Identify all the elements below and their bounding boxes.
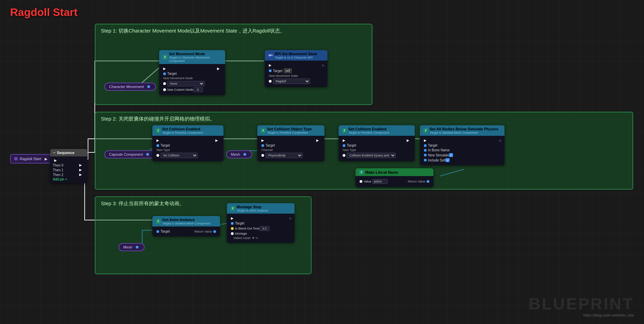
sab-simulate-row: New Simulate ✓ bbox=[423, 153, 502, 157]
set-movement-mode-node[interactable]: f Set Movement Mode Target is Character … bbox=[159, 50, 225, 95]
sce1-type-label: New Type bbox=[156, 148, 170, 152]
scot-channel-select-row[interactable]: PhysicsBody bbox=[260, 153, 322, 158]
sce1-type-select-row[interactable]: No Collision bbox=[155, 153, 221, 158]
ragdoll-icon bbox=[14, 157, 18, 160]
capsule-pin bbox=[146, 153, 149, 156]
scot-target-pin bbox=[261, 144, 264, 147]
scot-channel-pin bbox=[261, 154, 264, 157]
ms-selectasset-row[interactable]: Select Asset ▼ ✏ bbox=[230, 236, 292, 240]
sce1-body: Target New Type No Collision bbox=[152, 136, 223, 161]
sce2-exec-out bbox=[407, 138, 411, 143]
set-movement-mode-subtitle: Target is Character Movement Component bbox=[169, 56, 222, 63]
watermark: BLUEPRINT https://blog.csdn.net/hello_tu… bbox=[529, 295, 634, 317]
page-title: Ragdoll Start bbox=[10, 6, 78, 19]
capsule-component-var[interactable]: Capsule Component bbox=[104, 150, 155, 158]
ragdoll-start-node[interactable]: Ragdoll Start bbox=[10, 154, 54, 164]
seq-then0-out bbox=[79, 163, 83, 167]
sab-simulate-checkbox[interactable]: ✓ bbox=[449, 153, 453, 157]
set-movement-mode-title: Set Movement Mode bbox=[169, 52, 222, 56]
sce2-exec-in bbox=[343, 138, 347, 143]
scot-target-label: Target bbox=[265, 144, 275, 147]
sab-subtitle: Target is Skeletal Mesh Component bbox=[430, 131, 498, 134]
sequence-node[interactable]: ⇒ Sequence Then 0 Then 1 Then 2 Add pin … bbox=[50, 149, 87, 183]
get-anim-instance-node[interactable]: f Get Anim Instance Target is Skeletal M… bbox=[152, 216, 220, 236]
sab-title: Set All Bodies Below Simulate Physics bbox=[430, 127, 498, 131]
sce2-type-label-row: New Type bbox=[341, 148, 412, 152]
ms-selectasset-dropdown[interactable]: ▼ ✏ bbox=[252, 236, 258, 240]
sce1-exec-row bbox=[155, 138, 221, 143]
sce1-title: Set Collision Enabled bbox=[162, 127, 203, 131]
smm-custom-input[interactable] bbox=[193, 87, 203, 92]
smm-mode-select-row[interactable]: None bbox=[162, 81, 222, 86]
sce2-type-select-row[interactable]: Collision Enabled (Query and Physics) bbox=[341, 153, 412, 158]
bpi-title: BPI Set Movement State bbox=[275, 52, 317, 56]
make-literal-name-node[interactable]: f Make Literal Name Value Return Value bbox=[356, 168, 433, 187]
scot-channel-label-row: Channel bbox=[260, 148, 322, 152]
sce1-exec-out bbox=[215, 138, 219, 143]
mesh2-label: Mesh bbox=[123, 245, 132, 249]
scot-channel-label: Channel bbox=[261, 148, 273, 152]
seq-then0-label: Then 0 bbox=[53, 164, 63, 167]
char-movement-pin bbox=[147, 85, 150, 88]
smm-custom-pin bbox=[163, 88, 166, 91]
smm-exec-in bbox=[163, 67, 167, 71]
scot-channel-select[interactable]: PhysicsBody bbox=[265, 153, 303, 158]
mln-value-input[interactable] bbox=[372, 179, 388, 184]
sab-exec-out-symbol: ▷ bbox=[499, 139, 502, 142]
ms-target-row: Target bbox=[230, 221, 292, 225]
sab-target-pin bbox=[424, 144, 427, 147]
fn-icon-mln: f bbox=[359, 170, 364, 175]
scot-body: Target Channel PhysicsBody bbox=[257, 136, 324, 161]
ms-exec-in bbox=[231, 216, 235, 220]
bpi-state-select-row[interactable]: Ragdoll bbox=[267, 79, 325, 84]
mln-body: Value Return Value bbox=[356, 176, 433, 187]
scot-exec-row bbox=[260, 138, 322, 143]
seq-icon: ⇒ bbox=[53, 151, 56, 154]
ms-blend-input[interactable] bbox=[259, 226, 270, 231]
sab-includeself-label: Include Self bbox=[428, 158, 446, 162]
sequence-body: Then 0 Then 1 Then 2 Add pin + bbox=[50, 156, 87, 183]
sequence-header: ⇒ Sequence bbox=[50, 149, 87, 156]
sce1-type-label-row: New Type bbox=[155, 148, 221, 152]
bpi-state-label-row: New Movement State bbox=[267, 74, 325, 78]
sab-bone-label: In Bone Name bbox=[428, 148, 450, 152]
sce2-type-label: New Type bbox=[343, 148, 356, 152]
character-movement-var[interactable]: Character Movement bbox=[104, 83, 156, 91]
sce1-type-select[interactable]: No Collision bbox=[160, 153, 198, 158]
fn-icon-smm: f bbox=[163, 55, 167, 60]
sce2-exec-row bbox=[341, 138, 412, 143]
character-movement-label: Character Movement bbox=[109, 85, 144, 89]
smm-target-label: Target bbox=[167, 72, 177, 75]
fn-icon-sce1: f bbox=[156, 128, 160, 133]
sab-includeself-checkbox[interactable]: ✓ bbox=[446, 158, 450, 162]
seq-then0-row: Then 0 bbox=[53, 163, 85, 167]
set-collision-enabled2-node[interactable]: f Set Collision Enabled Target is Primit… bbox=[339, 125, 415, 161]
seq-addpin-label[interactable]: Add pin + bbox=[53, 177, 67, 181]
gai-return-pin bbox=[213, 230, 216, 233]
scot-header: f Set Collision Object Type Target is Pr… bbox=[257, 125, 324, 136]
scot-subtitle: Target is Primitive Component bbox=[267, 131, 312, 134]
ms-target-label: Target bbox=[235, 221, 244, 225]
montage-stop-node[interactable]: f Montage Stop Target is Anim Instance ▷… bbox=[227, 203, 295, 243]
bpi-set-movement-state-node[interactable]: BPI BPI Set Movement State Target is ALS… bbox=[265, 50, 327, 87]
gai-target-pin bbox=[156, 230, 159, 233]
seq-addpin-row[interactable]: Add pin + bbox=[53, 177, 85, 181]
bpi-target-row: Target self bbox=[267, 68, 325, 73]
sab-includeself-row: Include Self ✓ bbox=[423, 158, 502, 162]
set-all-bodies-node[interactable]: f Set All Bodies Below Simulate Physics … bbox=[420, 125, 505, 165]
mesh-var2[interactable]: Mesh bbox=[119, 243, 145, 251]
sce2-type-select[interactable]: Collision Enabled (Query and Physics) bbox=[347, 153, 396, 158]
seq-then1-row: Then 1 bbox=[53, 168, 85, 172]
gai-body: Target Return Value bbox=[152, 226, 220, 236]
capsule-component-label: Capsule Component bbox=[109, 152, 143, 156]
bpi-exec-row: ▷ bbox=[267, 63, 325, 67]
smm-mode-select[interactable]: None bbox=[167, 81, 205, 86]
set-collision-object-type-node[interactable]: f Set Collision Object Type Target is Pr… bbox=[257, 125, 324, 161]
mesh-var1[interactable]: Mesh bbox=[226, 150, 252, 158]
set-collision-enabled1-node[interactable]: f Set Collision Enabled Target is Primit… bbox=[152, 125, 223, 161]
sab-exec-row: ▷ bbox=[423, 138, 502, 143]
step2-label: Step 2: 关闭胶囊体的碰撞并开启网格的物理模拟。 bbox=[101, 116, 215, 122]
sab-simulate-pin bbox=[424, 154, 427, 156]
fn-icon-gai: f bbox=[156, 219, 160, 224]
bpi-state-select[interactable]: Ragdoll bbox=[273, 79, 310, 84]
